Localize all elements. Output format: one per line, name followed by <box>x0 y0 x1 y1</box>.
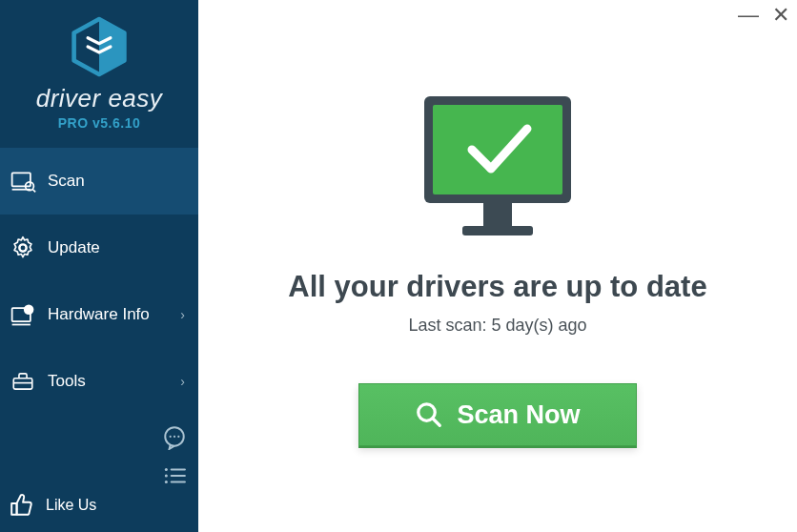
toolbox-icon <box>10 368 36 395</box>
svg-rect-25 <box>483 203 512 226</box>
feedback-icon[interactable] <box>162 425 187 450</box>
monitor-check-illustration <box>417 91 579 251</box>
sidebar-item-hardware[interactable]: i Hardware Info › <box>0 281 198 348</box>
hardware-info-icon: i <box>10 301 36 328</box>
svg-rect-22 <box>11 503 16 515</box>
app-version: PRO v5.6.10 <box>0 115 198 131</box>
sidebar-item-scan[interactable]: Scan <box>0 148 198 215</box>
search-icon <box>415 400 443 429</box>
sidebar-item-tools[interactable]: Tools › <box>0 348 198 415</box>
scan-button-label: Scan Now <box>457 400 580 430</box>
scan-now-button[interactable]: Scan Now <box>358 383 637 446</box>
svg-rect-26 <box>462 226 533 235</box>
svg-point-14 <box>174 436 175 438</box>
svg-text:i: i <box>28 306 30 315</box>
sidebar: driver easy PRO v5.6.10 Scan Update <box>0 0 198 532</box>
status-headline: All your drivers are up to date <box>198 270 797 304</box>
scan-icon <box>10 168 36 194</box>
svg-point-15 <box>177 436 179 438</box>
logo-area: driver easy PRO v5.6.10 <box>0 0 198 148</box>
last-scan-text: Last scan: 5 day(s) ago <box>198 316 797 336</box>
sidebar-item-label: Hardware Info <box>48 305 180 324</box>
sidebar-item-update[interactable]: Update <box>0 215 198 281</box>
like-us-button[interactable]: Like Us <box>0 484 198 526</box>
sidebar-item-label: Tools <box>48 372 180 391</box>
chevron-right-icon: › <box>180 374 185 389</box>
svg-rect-24 <box>433 105 562 194</box>
svg-point-16 <box>165 468 168 471</box>
chevron-right-icon: › <box>180 307 185 322</box>
app-logo-icon <box>68 15 131 78</box>
minimize-button[interactable]: — <box>738 8 759 23</box>
sidebar-item-label: Scan <box>48 172 185 191</box>
like-us-label: Like Us <box>46 497 96 514</box>
svg-point-13 <box>170 436 172 438</box>
sidebar-item-label: Update <box>48 238 185 257</box>
svg-line-28 <box>433 419 440 426</box>
close-button[interactable]: ✕ <box>772 8 789 23</box>
thumbs-up-icon <box>10 492 36 519</box>
svg-point-18 <box>165 474 168 477</box>
svg-point-20 <box>165 481 168 483</box>
gear-icon <box>10 235 36 261</box>
svg-line-5 <box>33 190 36 193</box>
app-name: driver easy <box>0 84 198 113</box>
main-content: All your drivers are up to date Last sca… <box>198 91 797 532</box>
svg-rect-2 <box>12 173 31 186</box>
